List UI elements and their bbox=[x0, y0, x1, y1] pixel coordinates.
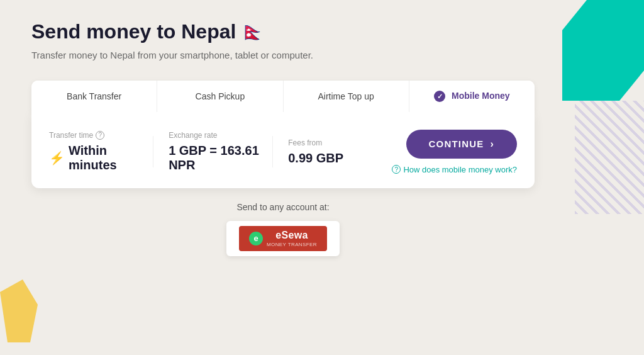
send-to-label: Send to any account at: bbox=[31, 202, 535, 212]
esewa-inner: e eSewa MONEY TRANSFER bbox=[239, 226, 327, 251]
arrow-right-icon: › bbox=[490, 138, 494, 150]
esewa-sublabel: MONEY TRANSFER bbox=[267, 242, 317, 247]
transfer-time-label: Transfer time ? bbox=[49, 131, 140, 140]
transfer-time-block: Transfer time ? ⚡ Within minutes bbox=[49, 131, 153, 172]
how-mobile-money-link[interactable]: ? How does mobile money work? bbox=[392, 165, 517, 174]
exchange-rate-label: Exchange rate bbox=[169, 131, 260, 140]
transfer-time-value: ⚡ Within minutes bbox=[49, 144, 140, 172]
tab-cash-pickup[interactable]: Cash Pickup bbox=[157, 81, 283, 112]
nepal-flag-icon: 🇳🇵 bbox=[241, 21, 264, 43]
continue-section: CONTINUE › ? How does mobile money work? bbox=[392, 130, 517, 174]
esewa-logo: e eSewa MONEY TRANSFER bbox=[226, 221, 340, 256]
page-title: Send money to Nepal 🇳🇵 bbox=[31, 20, 535, 43]
continue-button[interactable]: CONTINUE › bbox=[406, 130, 517, 159]
how-help-icon: ? bbox=[392, 165, 401, 174]
exchange-rate-value: 1 GBP = 163.61 NPR bbox=[169, 144, 260, 172]
esewa-e-icon: e bbox=[249, 232, 263, 245]
divider-1 bbox=[153, 136, 153, 167]
lightning-icon: ⚡ bbox=[49, 150, 65, 166]
tab-mobile-money[interactable]: ✓ Mobile Money bbox=[409, 81, 535, 112]
esewa-name: eSewa bbox=[267, 230, 317, 241]
exchange-rate-block: Exchange rate 1 GBP = 163.61 NPR bbox=[169, 131, 272, 172]
tab-bank-transfer[interactable]: Bank Transfer bbox=[31, 81, 157, 112]
decoration-teal bbox=[562, 0, 644, 101]
transfer-time-help-icon[interactable]: ? bbox=[96, 131, 104, 140]
tab-airtime-topup[interactable]: Airtime Top up bbox=[284, 81, 409, 112]
fees-value: 0.99 GBP bbox=[288, 151, 379, 166]
decoration-yellow bbox=[0, 279, 38, 342]
title-text: Send money to Nepal bbox=[31, 20, 236, 43]
page-subtitle: Transfer money to Nepal from your smartp… bbox=[31, 48, 535, 63]
divider-2 bbox=[272, 136, 273, 167]
active-check-icon: ✓ bbox=[434, 91, 445, 102]
esewa-text-block: eSewa MONEY TRANSFER bbox=[267, 230, 317, 247]
fees-block: Fees from 0.99 GBP bbox=[288, 138, 392, 166]
fees-label: Fees from bbox=[288, 138, 379, 147]
info-card: Transfer time ? ⚡ Within minutes Exchang… bbox=[31, 112, 535, 188]
tabs-bar: Bank Transfer Cash Pickup Airtime Top up… bbox=[31, 81, 535, 112]
bottom-section: Send to any account at: e eSewa MONEY TR… bbox=[31, 202, 535, 256]
decoration-purple bbox=[575, 101, 644, 214]
